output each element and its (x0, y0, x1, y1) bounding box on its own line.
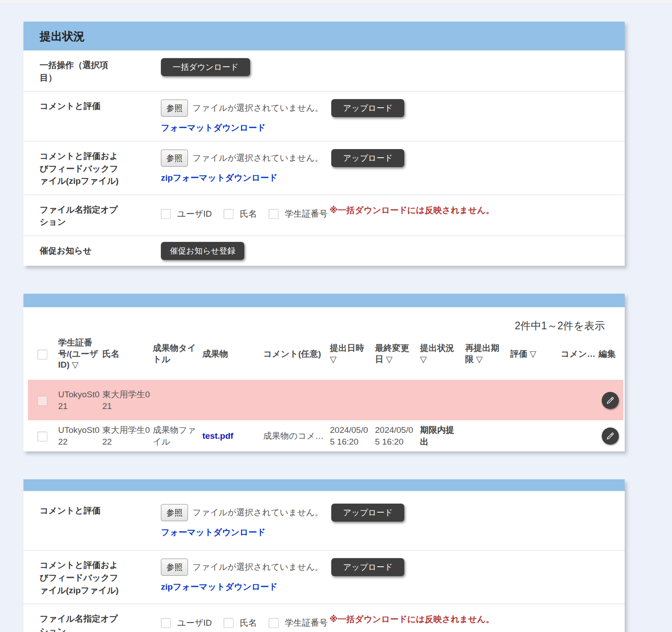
comments-panel: コメントと評価 参照 ファイルが選択されていません。 アップロード フォーマット… (23, 479, 625, 632)
student-no-checkbox[interactable] (269, 618, 279, 628)
filename-option-row-bottom: ファイル名指定オプション ユーザID 氏名 学生証番号 (23, 604, 625, 632)
zip-format-download-link[interactable]: zipフォーマットダウンロード (161, 172, 278, 184)
bulk-download-button[interactable]: 一括ダウンロード (161, 58, 250, 76)
name-checkbox-label[interactable]: 氏名 (240, 208, 257, 220)
file-status-text: ファイルが選択されていません。 (192, 507, 323, 518)
bulk-operation-label: 一括操作（選択項目） (40, 59, 119, 84)
reminder-label: 催促お知らせ (40, 245, 119, 257)
student-no-checkbox-label[interactable]: 学生証番号 (285, 617, 328, 629)
page: 提出状況 一括操作（選択項目） 一括ダウンロード コメントと評価 参照 ファイル… (0, 4, 672, 632)
zip-upload-button[interactable]: アップロード (331, 149, 404, 167)
edit-pencil-icon (606, 396, 615, 405)
column-header-name: 氏名 (101, 335, 151, 380)
panel-accent-bar (23, 294, 625, 307)
panel-title: 提出状況 (23, 22, 625, 50)
column-header-student-id[interactable]: 学生証番号/(ユーザID) ▽ (57, 335, 101, 380)
user-id-checkbox[interactable] (161, 209, 171, 219)
comment-eval-label: コメントと評価 (40, 505, 119, 517)
select-all-checkbox[interactable] (37, 350, 47, 359)
table-row-unsubmitted: UTokyoSt021 東大用学生021 (28, 380, 623, 420)
name-checkbox[interactable] (224, 618, 233, 628)
user-id-checkbox-label[interactable]: ユーザID (177, 208, 212, 220)
bulk-operation-row: 一括操作（選択項目） 一括ダウンロード (23, 50, 625, 91)
zip-format-download-link[interactable]: zipフォーマットダウンロード (161, 581, 278, 593)
bulk-download-note: ※一括ダウンロードには反映されません。 (329, 614, 494, 625)
column-header-submitted[interactable]: 提出日時 ▽ (329, 335, 374, 380)
name-checkbox[interactable] (224, 209, 233, 219)
panel-accent-bar (23, 479, 625, 491)
cell-redeadline (464, 380, 509, 420)
zip-browse-button[interactable]: 参照 (161, 150, 188, 167)
format-download-link[interactable]: フォーマットダウンロード (161, 122, 265, 134)
column-header-edit: 編集 (597, 335, 623, 380)
comment-eval-label: コメントと評価 (40, 100, 119, 113)
cell-student-id: UTokyoSt022 (57, 420, 101, 451)
row-select-checkbox[interactable] (37, 432, 47, 441)
cell-comment: 成果物のコメ… (262, 420, 329, 451)
student-no-checkbox-label[interactable]: 学生証番号 (285, 208, 328, 220)
filename-option-row: ファイル名指定オプション ユーザID 氏名 学生証番号 (23, 195, 625, 236)
edit-button[interactable] (602, 427, 619, 445)
zip-upload-button[interactable]: アップロード (331, 558, 404, 576)
cell-student-id: UTokyoSt021 (57, 380, 101, 420)
format-download-link[interactable]: フォーマットダウンロード (161, 527, 265, 538)
cell-comment2 (559, 380, 597, 420)
zip-feedback-label: コメントと評価およびフィードバックファイル(zipファイル) (40, 150, 119, 187)
edit-pencil-icon (606, 432, 615, 441)
upload-button[interactable]: アップロード (331, 99, 404, 117)
reminder-row: 催促お知らせ 催促お知らせ登録 (23, 236, 625, 266)
zip-feedback-row-bottom: コメントと評価およびフィードバックファイル(zipファイル) 参照 ファイルが選… (23, 550, 625, 604)
zip-feedback-label: コメントと評価およびフィードバックファイル(zipファイル) (40, 559, 119, 596)
filename-option-label: ファイル名指定オプション (40, 613, 119, 632)
column-header-artifact: 成果物 (201, 335, 262, 380)
file-status-text: ファイルが選択されていません。 (192, 102, 323, 114)
cell-redeadline (464, 420, 509, 451)
cell-artifact (201, 380, 262, 420)
table-row-submitted: UTokyoSt022 東大用学生022 成果物ファイル test.pdf 成果… (28, 420, 623, 451)
cell-title (151, 380, 201, 420)
result-count: 2件中1～2件を表示 (23, 307, 625, 335)
cell-submitted: 2024/05/05 16:20 (329, 420, 374, 451)
table-header-row: 学生証番号/(ユーザID) ▽ 氏名 成果物タイトル 成果物 コメント(任意) … (28, 335, 623, 380)
submissions-panel: 2件中1～2件を表示 学生証番号/(ユーザID) ▽ 氏名 成果物タイトル 成果… (23, 294, 625, 452)
column-header-status[interactable]: 提出状況 ▽ (419, 335, 464, 380)
cell-status: 期限内提出 (419, 420, 464, 451)
browse-button[interactable]: 参照 (161, 504, 188, 521)
name-checkbox-label[interactable]: 氏名 (240, 617, 257, 629)
column-header-modified[interactable]: 最終変更日 ▽ (374, 335, 419, 380)
column-header-title: 成果物タイトル (151, 335, 201, 380)
submissions-table: 学生証番号/(ユーザID) ▽ 氏名 成果物タイトル 成果物 コメント(任意) … (28, 335, 623, 452)
upload-button[interactable]: アップロード (331, 504, 404, 522)
zip-file-status-text: ファイルが選択されていません。 (192, 561, 323, 573)
cell-eval (509, 420, 559, 451)
cell-name: 東大用学生021 (101, 380, 151, 420)
artifact-file-link[interactable]: test.pdf (202, 431, 233, 441)
comment-eval-row-bottom: コメントと評価 参照 ファイルが選択されていません。 アップロード フォーマット… (23, 491, 625, 550)
cell-modified: 2024/05/05 16:20 (374, 420, 419, 451)
column-header-redeadline[interactable]: 再提出期限 ▽ (464, 335, 509, 380)
cell-artifact: test.pdf (201, 420, 262, 451)
edit-button[interactable] (602, 392, 619, 409)
cell-comment (262, 380, 329, 420)
user-id-checkbox-label[interactable]: ユーザID (177, 617, 212, 629)
zip-feedback-row: コメントと評価およびフィードバックファイル(zipファイル) 参照 ファイルが選… (23, 141, 625, 195)
cell-title: 成果物ファイル (151, 420, 201, 451)
row-select-checkbox[interactable] (37, 396, 47, 406)
zip-file-status-text: ファイルが選択されていません。 (192, 152, 323, 164)
column-header-eval[interactable]: 評価 ▽ (509, 335, 559, 380)
column-header-comment: コメント(任意) (262, 335, 329, 380)
user-id-checkbox[interactable] (161, 618, 171, 628)
column-header-comment2: コメン… (559, 335, 597, 380)
reminder-register-button[interactable]: 催促お知らせ登録 (161, 242, 244, 260)
cell-submitted (329, 380, 374, 420)
cell-status (419, 380, 464, 420)
cell-comment2 (559, 420, 597, 451)
browse-button[interactable]: 参照 (161, 100, 188, 117)
zip-browse-button[interactable]: 参照 (161, 559, 188, 576)
comment-eval-row: コメントと評価 参照 ファイルが選択されていません。 アップロード フォーマット… (23, 91, 625, 141)
cell-eval (509, 380, 559, 420)
submission-status-panel: 提出状況 一括操作（選択項目） 一括ダウンロード コメントと評価 参照 ファイル… (23, 22, 625, 266)
student-no-checkbox[interactable] (269, 209, 279, 219)
top-strip (0, 0, 672, 4)
cell-modified (374, 380, 419, 420)
